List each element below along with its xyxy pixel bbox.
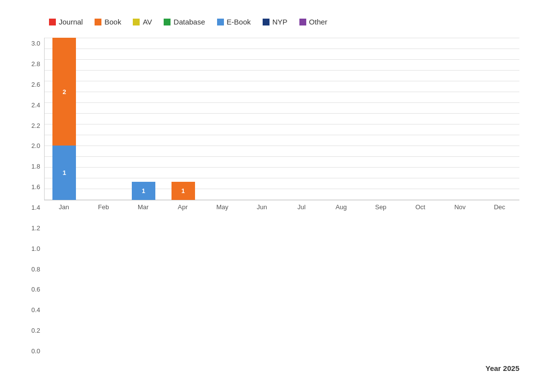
- chart-legend: Journal Book AV Database E-Book NYP Othe…: [20, 10, 519, 38]
- legend-label: AV: [143, 18, 152, 26]
- legend-color-icon: [95, 19, 101, 25]
- bars-grid: 1211: [44, 38, 519, 200]
- y-axis-label: 1.6: [20, 183, 44, 191]
- year-label: Year 2025: [486, 364, 519, 372]
- y-axis-label: 1.0: [20, 245, 44, 252]
- x-axis-label: May: [202, 200, 242, 363]
- chart-container: Journal Book AV Database E-Book NYP Othe…: [0, 0, 539, 392]
- legend-color-icon: [217, 19, 224, 25]
- bar-segment: 1: [172, 182, 195, 200]
- year-label-row: Year 2025: [44, 362, 519, 372]
- legend-label: Book: [104, 18, 121, 26]
- legend-item: Other: [299, 18, 328, 26]
- month-group: [441, 38, 480, 200]
- y-axis-label: 2.2: [20, 122, 44, 129]
- bar-stack: 12: [52, 38, 76, 200]
- x-axis-label: Oct: [400, 200, 440, 363]
- legend-item: E-Book: [217, 18, 251, 26]
- legend-item: Database: [164, 18, 205, 26]
- legend-item: Book: [95, 18, 121, 26]
- x-axis-label: Mar: [123, 200, 163, 363]
- x-axis: JanFebMarAprMayJunJulAugSepOctNovDec: [44, 200, 519, 363]
- x-axis-label: Aug: [321, 200, 361, 363]
- y-axis: 0.00.20.40.60.81.01.21.41.61.82.02.22.42…: [20, 38, 44, 372]
- legend-color-icon: [299, 19, 306, 25]
- y-axis-label: 0.6: [20, 286, 44, 293]
- legend-label: Database: [173, 18, 205, 26]
- y-axis-label: 1.4: [20, 204, 44, 211]
- legend-label: E-Book: [227, 18, 251, 26]
- x-axis-label: Jun: [242, 200, 282, 363]
- x-axis-label: Feb: [84, 200, 123, 363]
- month-group: 12: [45, 38, 84, 200]
- chart-inner: 1211 JanFebMarAprMayJunJulAugSepOctNovDe…: [44, 38, 519, 372]
- month-group: 1: [163, 38, 203, 200]
- legend-item: AV: [133, 18, 152, 26]
- legend-color-icon: [263, 19, 270, 25]
- y-axis-label: 0.0: [20, 347, 44, 355]
- y-axis-label: 2.8: [20, 60, 44, 68]
- legend-color-icon: [49, 19, 56, 25]
- y-axis-label: 1.8: [20, 163, 44, 170]
- x-axis-label: Dec: [480, 200, 519, 363]
- y-axis-label: 0.8: [20, 266, 44, 273]
- month-group: [480, 38, 519, 200]
- bar-segment: 2: [52, 38, 76, 146]
- y-axis-label: 2.6: [20, 81, 44, 88]
- legend-item: NYP: [263, 18, 288, 26]
- legend-label: Other: [309, 18, 328, 26]
- month-group: [243, 38, 282, 200]
- month-group: [282, 38, 322, 200]
- y-axis-label: 1.2: [20, 224, 44, 232]
- chart-area: 0.00.20.40.60.81.01.21.41.61.82.02.22.42…: [20, 38, 519, 372]
- bar-stack: 1: [172, 146, 195, 199]
- y-axis-label: 0.2: [20, 327, 44, 334]
- legend-item: Journal: [49, 18, 83, 26]
- month-group: [321, 38, 361, 200]
- x-axis-label: Sep: [361, 200, 401, 363]
- month-group: [203, 38, 243, 200]
- x-axis-label: Jan: [44, 200, 84, 363]
- legend-color-icon: [133, 19, 140, 25]
- legend-color-icon: [164, 19, 171, 25]
- month-group: [84, 38, 124, 200]
- bar-stack: 1: [132, 146, 155, 199]
- y-axis-label: 2.4: [20, 101, 44, 109]
- y-axis-label: 0.4: [20, 306, 44, 314]
- y-axis-label: 3.0: [20, 40, 44, 47]
- bars-row: 1211: [45, 38, 519, 200]
- x-axis-label: Nov: [440, 200, 480, 363]
- month-group: [401, 38, 441, 200]
- y-axis-label: 2.0: [20, 142, 44, 149]
- legend-label: NYP: [272, 18, 288, 26]
- bar-segment: 1: [52, 146, 76, 199]
- month-group: [361, 38, 401, 200]
- month-group: 1: [124, 38, 164, 200]
- x-axis-label: Jul: [282, 200, 321, 363]
- x-axis-label: Apr: [163, 200, 202, 363]
- legend-label: Journal: [59, 18, 83, 26]
- bar-segment: 1: [132, 182, 155, 200]
